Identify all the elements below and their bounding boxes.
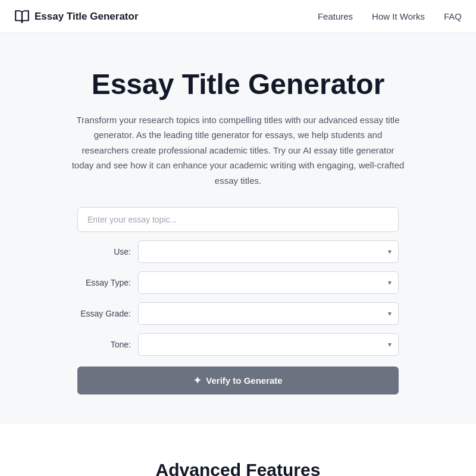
nav-links: Features How It Works FAQ bbox=[318, 11, 462, 22]
use-label: Use: bbox=[77, 247, 131, 256]
tone-select-wrapper: ▾ bbox=[138, 333, 399, 356]
use-select[interactable] bbox=[138, 240, 399, 263]
tone-row: Tone: ▾ bbox=[77, 333, 399, 356]
nav-features[interactable]: Features bbox=[318, 11, 353, 21]
hero-description: Transform your research topics into comp… bbox=[71, 112, 405, 189]
generator-form: Use: ▾ Essay Type: ▾ Essay Grade: bbox=[77, 207, 399, 394]
essay-grade-select[interactable] bbox=[138, 302, 399, 325]
use-row: Use: ▾ bbox=[77, 240, 399, 263]
essay-grade-label: Essay Grade: bbox=[77, 309, 131, 318]
brand-label: Essay Title Generator bbox=[35, 11, 139, 23]
hero-section: Essay Title Generator Transform your res… bbox=[0, 33, 476, 424]
features-section: Advanced Features 🧠 🌐 ✨ bbox=[0, 424, 476, 476]
features-title: Advanced Features bbox=[14, 460, 462, 476]
tone-select[interactable] bbox=[138, 333, 399, 356]
essay-type-row: Essay Type: ▾ bbox=[77, 271, 399, 294]
essay-type-select-wrapper: ▾ bbox=[138, 271, 399, 294]
sparkle-icon: ✦ bbox=[193, 375, 201, 386]
tone-label: Tone: bbox=[77, 340, 131, 349]
use-select-wrapper: ▾ bbox=[138, 240, 399, 263]
nav-faq[interactable]: FAQ bbox=[444, 11, 462, 21]
essay-grade-row: Essay Grade: ▾ bbox=[77, 302, 399, 325]
topic-input[interactable] bbox=[77, 207, 399, 232]
essay-type-label: Essay Type: bbox=[77, 278, 131, 287]
book-icon bbox=[14, 9, 30, 24]
essay-type-select[interactable] bbox=[138, 271, 399, 294]
hero-title: Essay Title Generator bbox=[14, 69, 462, 101]
generate-button[interactable]: ✦ Verify to Generate bbox=[77, 367, 399, 394]
brand: Essay Title Generator bbox=[14, 9, 139, 24]
generate-button-label: Verify to Generate bbox=[206, 375, 282, 386]
nav-how-it-works[interactable]: How It Works bbox=[372, 11, 425, 21]
navbar: Essay Title Generator Features How It Wo… bbox=[0, 0, 476, 33]
essay-grade-select-wrapper: ▾ bbox=[138, 302, 399, 325]
